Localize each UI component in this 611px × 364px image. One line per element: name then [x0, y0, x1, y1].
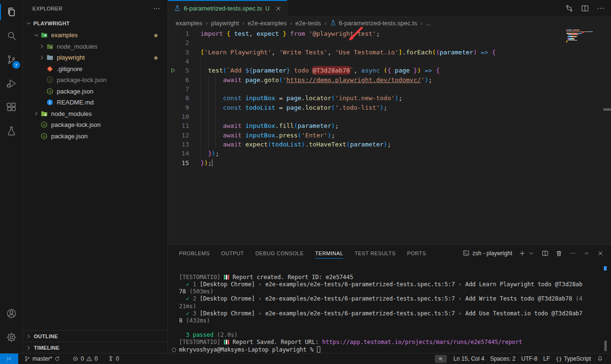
- activity-search-icon[interactable]: [0, 24, 22, 48]
- status-bar: master* 0 0 0 Ln 15, Col 4 Spaces: 2 UTF…: [0, 353, 611, 364]
- warning-icon: [86, 355, 93, 362]
- run-test-play-icon[interactable]: [169, 67, 177, 74]
- explorer-more-actions-icon[interactable]: [152, 4, 161, 13]
- code-line-9[interactable]: 9 const todoList = page.locator('.todo-l…: [168, 103, 611, 112]
- more-actions-icon[interactable]: [596, 4, 605, 13]
- terminal-line: [179, 324, 602, 332]
- activity-run-debug-icon[interactable]: [0, 72, 22, 95]
- tree-item-label: .gitignore: [57, 65, 82, 73]
- code-line-14[interactable]: 14 });: [168, 149, 611, 158]
- code-line-5[interactable]: 5 test(`Add ${parameter} todo @T3d28ab78…: [168, 66, 611, 75]
- activity-settings-icon[interactable]: [0, 325, 22, 349]
- code-line-11[interactable]: 11 await inputBox.fill(parameter);: [168, 121, 611, 130]
- breadcrumb-item[interactable]: playwright: [211, 20, 239, 27]
- panel-tab-output[interactable]: OUTPUT: [221, 245, 244, 261]
- code-line-15[interactable]: 15});: [168, 158, 611, 167]
- new-terminal-icon[interactable]: [518, 250, 526, 257]
- panel-tab-test-results[interactable]: TEST RESULTS: [355, 245, 396, 261]
- tab-6-parametrized-tests[interactable]: 6-parametrized-tests.spec.ts U: [168, 0, 287, 17]
- activity-files-icon[interactable]: [0, 0, 22, 24]
- panel-tab-ports[interactable]: PORTS: [407, 245, 426, 261]
- breadcrumb-item[interactable]: examples: [176, 20, 202, 27]
- zoom-indicator[interactable]: [435, 355, 447, 363]
- terminal-cursor: [317, 346, 320, 353]
- terminal-line: 8 (432ms): [179, 317, 602, 324]
- tree-item-label: examples: [51, 31, 78, 39]
- chevron-spacer: [32, 121, 40, 129]
- source-control-badge: 7: [12, 61, 20, 69]
- tree-item-package-lock.json[interactable]: JSpackage-lock.json: [23, 119, 168, 131]
- chevron-down-icon: [25, 20, 32, 27]
- terminal-line: ✓ 1 [Desktop Chrome] › e2e-examples/e2e-…: [179, 281, 602, 288]
- indent-guide: [215, 121, 216, 130]
- terminal-instance[interactable]: zsh - playwright: [463, 250, 512, 257]
- search-icon: [6, 30, 17, 42]
- encoding-indicator[interactable]: UTF-8: [518, 354, 540, 364]
- notifications-item[interactable]: [594, 354, 606, 364]
- close-tab-icon[interactable]: [274, 5, 282, 12]
- terminal-line: [TESTOMATIO] Report Saved. Report URL: h…: [179, 339, 602, 346]
- problems-item[interactable]: 0 0: [69, 354, 100, 364]
- close-panel-icon[interactable]: [597, 250, 604, 257]
- annotation-arrow: [343, 24, 366, 44]
- tree-item-examples[interactable]: examples: [23, 30, 168, 41]
- eol-indicator[interactable]: LF: [540, 354, 553, 364]
- outline-section[interactable]: OUTLINE: [23, 330, 168, 342]
- panel-tab-problems[interactable]: PROBLEMS: [179, 245, 210, 261]
- tree-item-playwright[interactable]: playwright: [23, 52, 168, 63]
- code-line-3[interactable]: 3['Learn Playwright', 'Write Tests', 'Us…: [168, 48, 611, 57]
- cursor-position[interactable]: Ln 15, Col 4: [451, 354, 487, 364]
- breadcrumb-item[interactable]: e2e-tests: [295, 20, 321, 27]
- activity-accounts-icon[interactable]: [0, 302, 22, 325]
- kill-terminal-icon[interactable]: [555, 250, 563, 257]
- ports-item[interactable]: 0: [105, 354, 122, 364]
- tree-item-.gitignore[interactable]: .gitignore: [23, 63, 168, 75]
- code-line-7[interactable]: 7: [168, 84, 611, 94]
- split-editor-icon[interactable]: [580, 4, 590, 13]
- indentation-indicator[interactable]: Spaces: 2: [487, 354, 518, 364]
- timeline-section[interactable]: TIMELINE: [23, 342, 168, 353]
- indent-guide: [200, 112, 201, 121]
- tree-item-package-lock.json[interactable]: JSpackage-lock.json: [23, 74, 168, 86]
- code-text: test(`Add ${parameter} todo @T3d28ab78`,…: [200, 66, 440, 75]
- code-line-2[interactable]: 2: [168, 38, 611, 47]
- tree-item-package.json[interactable]: JSpackage.json: [23, 86, 168, 97]
- code-line-13[interactable]: 13 await expect(todoList).toHaveText(par…: [168, 140, 611, 149]
- language-indicator[interactable]: {} TypeScript: [553, 354, 594, 364]
- terminal-dropdown-icon[interactable]: [527, 250, 535, 257]
- tree-item-package.json[interactable]: JSpackage.json: [23, 131, 168, 142]
- code-line-8[interactable]: 8 const inputBox = page.locator('input.n…: [168, 94, 611, 103]
- split-terminal-icon[interactable]: [541, 250, 549, 257]
- code-line-1[interactable]: 1import { test, expect } from '@playwrig…: [168, 29, 611, 38]
- line-number: 10: [168, 112, 189, 121]
- code-line-6[interactable]: 6 await page.goto('https://demo.playwrig…: [168, 75, 611, 84]
- panel-tab-terminal[interactable]: TERMINAL: [315, 245, 343, 261]
- breadcrumb-symbol[interactable]: ...: [426, 20, 431, 27]
- code-editor[interactable]: 1import { test, expect } from '@playwrig…: [168, 29, 611, 244]
- modified-dot: [154, 34, 158, 37]
- maximize-panel-icon[interactable]: [583, 250, 590, 257]
- breadcrumb-item[interactable]: e2e-examples: [248, 20, 287, 27]
- error-icon: [72, 355, 79, 362]
- activity-extensions-icon[interactable]: [0, 95, 22, 119]
- panel-more-icon[interactable]: [569, 250, 577, 257]
- branch-name: master*: [32, 355, 52, 362]
- tree-item-node_modules[interactable]: node_modules: [23, 108, 168, 120]
- tree-item-README.md[interactable]: README.md: [23, 97, 168, 108]
- activity-source-control-icon[interactable]: 7: [0, 48, 22, 72]
- terminal-output[interactable]: [TESTOMATIO] Report created. Report ID: …: [179, 274, 602, 354]
- open-changes-icon[interactable]: [565, 4, 574, 13]
- code-line-12[interactable]: 12 await inputBox.press('Enter');: [168, 131, 611, 140]
- terminal-scrollbar[interactable]: [604, 341, 607, 351]
- code-line-10[interactable]: 10: [168, 112, 611, 121]
- code-line-4[interactable]: 4: [168, 57, 611, 66]
- branch-item[interactable]: master*: [21, 354, 63, 364]
- tree-item-node_modules[interactable]: node_modules: [23, 41, 168, 52]
- workspace-section-header[interactable]: PLAYWRIGHT: [25, 18, 70, 29]
- activity-testing-icon[interactable]: [0, 119, 22, 143]
- panel-tab-debug-console[interactable]: DEBUG CONSOLE: [255, 245, 304, 261]
- modified-dot: [154, 56, 158, 60]
- remote-indicator[interactable]: [0, 354, 18, 364]
- code-text: const inputBox = page.locator('input.new…: [200, 94, 402, 103]
- tree-item-label: package.json: [51, 133, 88, 140]
